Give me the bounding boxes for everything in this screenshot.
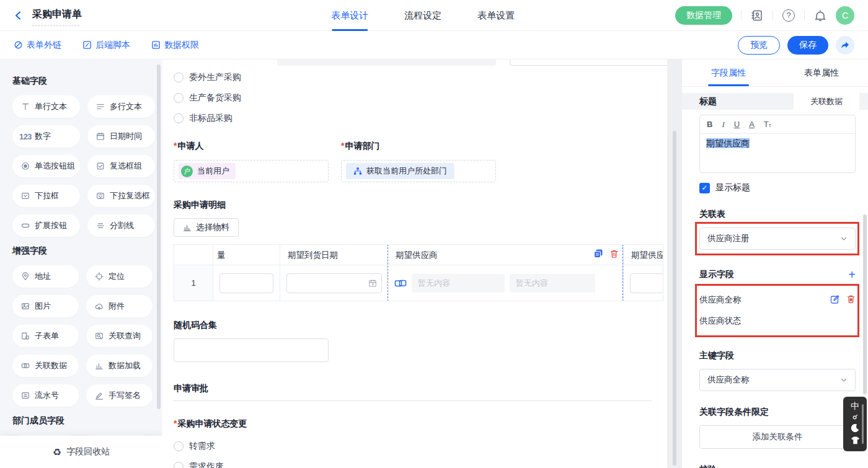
field-multi-dropdown[interactable]: 下拉复选框 bbox=[87, 185, 155, 207]
sidebar-scrollbar[interactable] bbox=[157, 64, 161, 409]
link-data-icon bbox=[20, 361, 30, 370]
preview-button[interactable]: 预览 bbox=[738, 36, 780, 55]
bold-button[interactable]: B bbox=[707, 120, 712, 129]
display-field-item[interactable]: 供应商全称 bbox=[699, 289, 856, 311]
copy-column-icon[interactable] bbox=[593, 249, 603, 260]
quantity-column[interactable]: 量 bbox=[213, 245, 280, 301]
title-editor-body[interactable]: 期望供应商 bbox=[700, 134, 855, 172]
relation-table-select[interactable]: 供应商注册 bbox=[699, 227, 856, 250]
partial-input-box[interactable] bbox=[510, 60, 667, 66]
supplier-empty-box[interactable]: 暂无内容 bbox=[412, 274, 505, 293]
applicant-field-label: 申请人 bbox=[174, 141, 329, 152]
tab-form-design[interactable]: 表单设计 bbox=[331, 0, 368, 31]
radio-icon[interactable] bbox=[174, 73, 184, 82]
expected-supplier2-column[interactable]: 期望供应 bbox=[623, 245, 663, 301]
radio-group-icon bbox=[20, 162, 30, 170]
ime-tool-icon[interactable] bbox=[852, 412, 858, 421]
expected-supplier-header: 期望供应商 bbox=[388, 245, 622, 265]
display-field-item[interactable]: 供应商状态 bbox=[699, 311, 856, 332]
field-data-load[interactable]: 数据加载 bbox=[86, 355, 153, 377]
italic-button[interactable]: I bbox=[722, 120, 724, 130]
tab-form-properties[interactable]: 表单属性 bbox=[775, 60, 868, 86]
radio-option[interactable]: 生产备货采购 bbox=[174, 87, 667, 108]
input-method-widget[interactable]: 中 bbox=[843, 397, 867, 451]
field-address[interactable]: 地址 bbox=[12, 265, 79, 288]
supplier-empty-box[interactable]: 暂无内容 bbox=[510, 274, 595, 293]
field-relation-data[interactable]: 关联数据 bbox=[12, 355, 79, 377]
field-dropdown[interactable]: 下拉框 bbox=[12, 185, 80, 207]
ime-skin-icon[interactable] bbox=[851, 436, 860, 446]
panel-scrollbar[interactable] bbox=[863, 214, 867, 394]
font-color-button[interactable]: A bbox=[749, 120, 755, 129]
radio-option[interactable]: 委外生产采购 bbox=[174, 67, 667, 87]
radio-option[interactable]: 非标品采购 bbox=[174, 108, 667, 128]
radio-option[interactable]: 转需求 bbox=[174, 436, 667, 456]
help-icon[interactable]: ? bbox=[782, 9, 795, 22]
ime-language-toggle[interactable]: 中 bbox=[851, 402, 859, 410]
ime-handle[interactable] bbox=[862, 404, 864, 444]
title-rich-editor[interactable]: B I U A Tт 期望供应商 bbox=[699, 115, 856, 173]
field-label: 分割线 bbox=[110, 220, 134, 231]
data-manage-button[interactable]: 数据管理 bbox=[675, 6, 732, 25]
quantity-input[interactable] bbox=[219, 273, 273, 293]
department-field[interactable]: 获取当前用户所处部门 bbox=[341, 160, 496, 182]
field-divider[interactable]: 分割线 bbox=[87, 214, 155, 237]
add-display-field-icon[interactable]: + bbox=[848, 268, 856, 281]
field-attachment[interactable]: 附件 bbox=[86, 295, 153, 317]
primary-key-select[interactable]: 供应商全称 bbox=[699, 369, 856, 391]
page-title[interactable]: 采购申请单 bbox=[32, 8, 82, 22]
field-geolocation[interactable]: 定位 bbox=[86, 265, 153, 288]
field-image[interactable]: 图片 bbox=[12, 295, 79, 317]
applicant-field[interactable]: 户 当前用户 bbox=[174, 160, 329, 182]
delete-column-icon[interactable] bbox=[609, 249, 619, 260]
field-signature[interactable]: 手写签名 bbox=[86, 384, 153, 407]
field-datetime[interactable]: 日期时间 bbox=[87, 125, 155, 148]
back-icon[interactable] bbox=[14, 10, 25, 21]
radio-icon[interactable] bbox=[174, 441, 184, 451]
single-line-text-icon bbox=[20, 102, 30, 111]
show-title-row[interactable]: ✓ 显示标题 bbox=[699, 182, 856, 193]
radio-option[interactable]: 需求作废 bbox=[174, 456, 667, 468]
address-book-icon[interactable] bbox=[750, 9, 764, 22]
tab-field-properties[interactable]: 字段属性 bbox=[682, 60, 775, 86]
field-multi-line-text[interactable]: 多行文本 bbox=[87, 95, 155, 118]
share-icon[interactable] bbox=[836, 36, 854, 55]
field-serial-number[interactable]: 流水号 bbox=[12, 384, 79, 407]
backend-script-link[interactable]: 后端脚本 bbox=[82, 40, 130, 51]
tab-flow-setting[interactable]: 流程设定 bbox=[404, 0, 441, 31]
department-chip[interactable]: 获取当前用户所处部门 bbox=[346, 163, 454, 179]
underline-button[interactable]: U bbox=[734, 120, 740, 129]
expected-supplier-column-selected[interactable]: 期望供应商 暂无内容 暂无内容 bbox=[388, 244, 623, 301]
field-checkbox-group[interactable]: 复选框组 bbox=[87, 155, 155, 177]
radio-icon[interactable] bbox=[174, 93, 184, 103]
delete-field-icon[interactable] bbox=[846, 294, 856, 306]
select-material-button[interactable]: 选择物料 bbox=[174, 218, 239, 237]
radio-icon[interactable] bbox=[174, 113, 184, 123]
expected-date-column[interactable]: 期望到货日期 bbox=[280, 245, 388, 301]
notification-bell-icon[interactable] bbox=[813, 9, 827, 22]
expected-date-input[interactable] bbox=[286, 273, 382, 293]
show-title-checkbox-checked[interactable]: ✓ bbox=[699, 183, 710, 193]
field-subform[interactable]: 子表单 bbox=[12, 325, 79, 347]
edit-field-icon[interactable] bbox=[830, 294, 840, 306]
radio-label: 非标品采购 bbox=[189, 113, 232, 124]
canvas-scrollbar[interactable] bbox=[673, 131, 676, 466]
avatar[interactable]: C bbox=[836, 6, 854, 25]
data-permission-link[interactable]: 数据权限 bbox=[151, 40, 199, 51]
field-number[interactable]: 123 数字 bbox=[12, 125, 80, 148]
field-radio-group[interactable]: 单选按钮组 bbox=[12, 155, 80, 177]
radio-icon[interactable] bbox=[174, 462, 184, 468]
save-button[interactable]: 保存 bbox=[787, 36, 828, 55]
ime-night-mode-icon[interactable] bbox=[851, 423, 860, 434]
tab-form-setting[interactable]: 表单设置 bbox=[477, 0, 515, 31]
add-condition-button[interactable]: 添加关联条件 bbox=[699, 425, 856, 449]
form-external-link[interactable]: 表单外链 bbox=[14, 40, 61, 51]
font-size-button[interactable]: Tт bbox=[764, 120, 771, 129]
field-extend-button[interactable]: 扩展按钮 bbox=[12, 214, 80, 237]
field-single-line-text[interactable]: 单行文本 bbox=[12, 95, 80, 118]
field-recycle-bin[interactable]: ♻ 字段回收站 bbox=[0, 436, 162, 468]
random-code-input[interactable] bbox=[174, 338, 329, 362]
supplier2-input[interactable] bbox=[630, 273, 663, 293]
field-relation-query[interactable]: 关联查询 bbox=[86, 325, 153, 347]
current-user-chip[interactable]: 户 当前用户 bbox=[179, 163, 236, 179]
